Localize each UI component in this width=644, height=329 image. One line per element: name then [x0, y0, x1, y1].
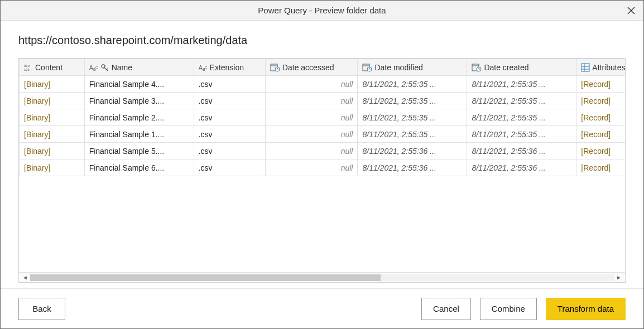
cell-date-accessed: null: [265, 109, 358, 126]
cell-attributes: [Record]: [576, 93, 625, 109]
column-label: Attributes: [592, 63, 625, 72]
cell-extension: .csv: [194, 109, 265, 126]
column-label: Name: [112, 63, 132, 72]
svg-text:C: C: [205, 66, 208, 69]
table-row[interactable]: [Binary]Financial Sample 6.....csvnull8/…: [20, 159, 626, 176]
content-area: https://contoso.sharepoint.com/marketing…: [1, 21, 643, 288]
folder-path: https://contoso.sharepoint.com/marketing…: [18, 34, 626, 47]
table-row[interactable]: [Binary]Financial Sample 2.....csvnull8/…: [20, 109, 626, 126]
dialog-footer: Back Cancel Combine Transform data: [1, 288, 643, 328]
column-header-date-created[interactable]: Date created: [467, 59, 576, 76]
cell-date-modified: 8/11/2021, 2:55:35 ...: [358, 93, 467, 109]
text-type-icon: ABC: [89, 63, 98, 72]
table-row[interactable]: [Binary]Financial Sample 3.....csvnull8/…: [20, 93, 626, 109]
record-link[interactable]: [Record]: [581, 163, 611, 172]
cell-attributes: [Record]: [576, 126, 625, 143]
cell-date-created: 8/11/2021, 2:55:36 ...: [467, 159, 576, 176]
combine-button[interactable]: Combine: [480, 298, 537, 320]
transform-data-button[interactable]: Transform data: [546, 298, 626, 320]
cell-extension: .csv: [194, 143, 265, 159]
cell-name: Financial Sample 3....: [84, 93, 194, 109]
cell-name: Financial Sample 4....: [84, 76, 194, 93]
cell-date-created: 8/11/2021, 2:55:35 ...: [467, 93, 576, 109]
cell-date-modified: 8/11/2021, 2:55:36 ...: [358, 159, 467, 176]
table-scroll-region[interactable]: 010101 Content ABC Name: [19, 59, 625, 272]
datetime-type-icon: [362, 63, 372, 72]
cell-date-created: 8/11/2021, 2:55:36 ...: [467, 143, 576, 159]
cell-extension: .csv: [194, 76, 265, 93]
cell-date-created: 8/11/2021, 2:55:35 ...: [467, 126, 576, 143]
scroll-right-arrow-icon[interactable]: ►: [616, 274, 622, 280]
cell-attributes: [Record]: [576, 143, 625, 159]
column-label: Extension: [210, 63, 244, 72]
cell-date-accessed: null: [265, 93, 358, 109]
scroll-left-arrow-icon[interactable]: ◄: [22, 274, 28, 280]
titlebar: Power Query - Preview folder data: [1, 1, 643, 21]
column-header-date-accessed[interactable]: Date accessed: [265, 59, 358, 76]
svg-text:C: C: [95, 66, 98, 69]
table-header-row: 010101 Content ABC Name: [20, 59, 626, 76]
binary-link[interactable]: [Binary]: [24, 113, 50, 122]
record-link[interactable]: [Record]: [581, 96, 611, 105]
column-header-extension[interactable]: ABC Extension: [194, 59, 265, 76]
datetime-type-icon: [472, 63, 482, 72]
scrollbar-thumb[interactable]: [30, 274, 381, 281]
svg-text:101: 101: [24, 68, 30, 71]
svg-text:010: 010: [24, 64, 30, 67]
text-type-icon: ABC: [199, 63, 208, 72]
cell-date-modified: 8/11/2021, 2:55:35 ...: [358, 126, 467, 143]
cell-date-created: 8/11/2021, 2:55:35 ...: [467, 109, 576, 126]
svg-rect-28: [581, 64, 589, 71]
key-icon: [100, 63, 109, 72]
svg-line-9: [107, 69, 108, 70]
cell-date-created: 8/11/2021, 2:55:35 ...: [467, 76, 576, 93]
column-label: Date accessed: [282, 63, 334, 72]
column-header-name[interactable]: ABC Name: [84, 59, 194, 76]
binary-link[interactable]: [Binary]: [24, 147, 50, 156]
cell-date-accessed: null: [265, 126, 358, 143]
cell-extension: .csv: [194, 159, 265, 176]
cell-date-modified: 8/11/2021, 2:55:35 ...: [358, 76, 467, 93]
column-label: Date created: [484, 63, 528, 72]
cell-attributes: [Record]: [576, 76, 625, 93]
record-link[interactable]: [Record]: [581, 147, 611, 156]
record-link[interactable]: [Record]: [581, 130, 611, 139]
cell-date-modified: 8/11/2021, 2:55:36 ...: [358, 143, 467, 159]
back-button[interactable]: Back: [18, 298, 65, 320]
column-header-attributes[interactable]: Attributes: [576, 59, 625, 76]
cell-extension: .csv: [194, 93, 265, 109]
table-row[interactable]: [Binary]Financial Sample 1.....csvnull8/…: [20, 126, 626, 143]
scrollbar-track[interactable]: [30, 274, 614, 281]
binary-link[interactable]: [Binary]: [24, 80, 50, 89]
cell-name: Financial Sample 6....: [84, 159, 194, 176]
cell-date-accessed: null: [265, 159, 358, 176]
column-header-content[interactable]: 010101 Content: [20, 59, 85, 76]
record-type-icon: [581, 63, 590, 72]
binary-type-icon: 010101: [24, 63, 33, 72]
column-header-date-modified[interactable]: Date modified: [358, 59, 467, 76]
record-link[interactable]: [Record]: [581, 80, 611, 89]
cell-name: Financial Sample 1....: [84, 126, 194, 143]
preview-table: 010101 Content ABC Name: [19, 59, 625, 176]
cell-extension: .csv: [194, 126, 265, 143]
cell-date-accessed: null: [265, 143, 358, 159]
cell-attributes: [Record]: [576, 159, 625, 176]
binary-link[interactable]: [Binary]: [24, 96, 50, 105]
cancel-button[interactable]: Cancel: [421, 298, 471, 320]
close-button[interactable]: [623, 3, 639, 18]
window-title: Power Query - Preview folder data: [258, 6, 386, 15]
binary-link[interactable]: [Binary]: [24, 163, 50, 172]
cell-attributes: [Record]: [576, 109, 625, 126]
binary-link[interactable]: [Binary]: [24, 130, 50, 139]
record-link[interactable]: [Record]: [581, 113, 611, 122]
svg-text:A: A: [199, 65, 203, 71]
cell-name: Financial Sample 5....: [84, 143, 194, 159]
column-label: Date modified: [374, 63, 422, 72]
table-row[interactable]: [Binary]Financial Sample 5.....csvnull8/…: [20, 143, 626, 159]
cell-date-modified: 8/11/2021, 2:55:35 ...: [358, 109, 467, 126]
datetime-type-icon: [270, 63, 280, 72]
table-row[interactable]: [Binary]Financial Sample 4.....csvnull8/…: [20, 76, 626, 93]
horizontal-scrollbar[interactable]: ◄ ►: [19, 272, 625, 282]
cell-name: Financial Sample 2....: [84, 109, 194, 126]
svg-text:A: A: [89, 65, 93, 71]
